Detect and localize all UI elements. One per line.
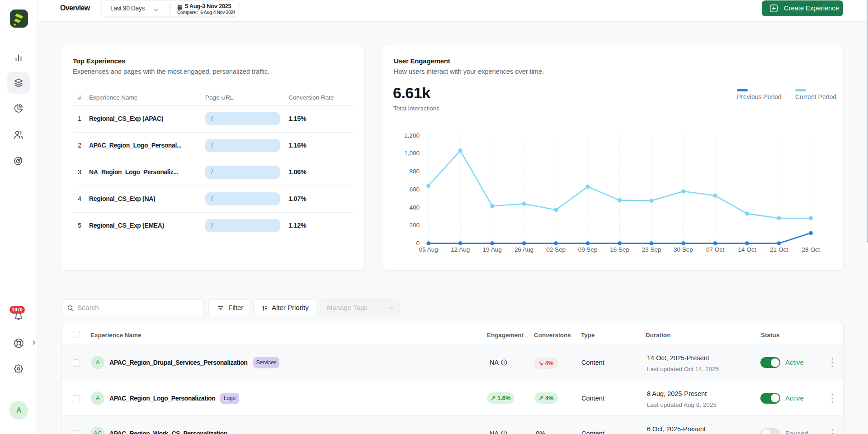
svg-text:19 Aug: 19 Aug xyxy=(483,246,502,253)
svg-text:14 Oct: 14 Oct xyxy=(738,246,756,253)
svg-text:02 Sep: 02 Sep xyxy=(546,246,566,253)
svg-text:28 Oct: 28 Oct xyxy=(802,246,820,253)
svg-text:400: 400 xyxy=(409,204,420,211)
svg-text:30 Sep: 30 Sep xyxy=(674,246,693,253)
svg-text:05 Aug: 05 Aug xyxy=(419,246,438,253)
svg-text:1,000: 1,000 xyxy=(404,150,420,157)
svg-text:26 Aug: 26 Aug xyxy=(514,246,533,253)
svg-text:16 Sep: 16 Sep xyxy=(610,246,629,253)
svg-text:200: 200 xyxy=(409,222,420,229)
svg-text:21 Oct: 21 Oct xyxy=(770,246,788,253)
svg-text:12 Aug: 12 Aug xyxy=(451,246,470,253)
svg-text:23 Sep: 23 Sep xyxy=(642,246,661,253)
svg-text:07 Oct: 07 Oct xyxy=(706,246,724,253)
svg-text:09 Sep: 09 Sep xyxy=(578,246,598,253)
svg-text:600: 600 xyxy=(409,186,420,193)
svg-text:1,200: 1,200 xyxy=(404,132,420,139)
svg-text:0: 0 xyxy=(416,240,420,247)
svg-text:800: 800 xyxy=(409,168,420,175)
